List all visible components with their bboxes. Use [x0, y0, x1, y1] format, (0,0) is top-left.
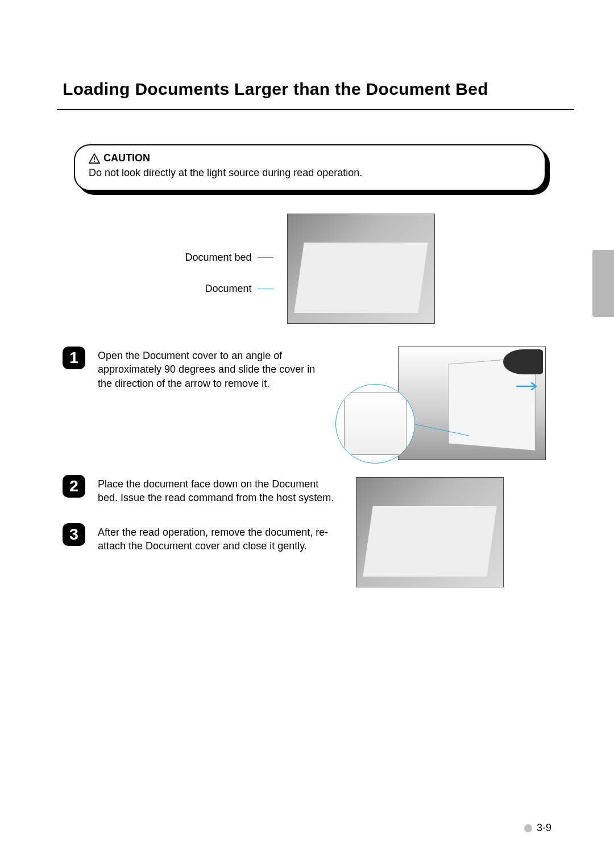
caution-heading: CAUTION — [103, 152, 150, 164]
step-3-left: 3 After the read operation, remove the d… — [63, 523, 335, 553]
step-2: 2 Place the document face down on the Do… — [63, 475, 335, 505]
step-2-left: 2 Place the document face down on the Do… — [63, 475, 335, 505]
page-footer: 3-9 — [524, 822, 551, 834]
step-1-left: 1 Open the Document cover to an angle of… — [63, 347, 322, 390]
steps-2-3-text-col: 2 Place the document face down on the Do… — [63, 475, 335, 553]
steps-list: 1 Open the Document cover to an angle of… — [63, 347, 546, 587]
step-1-figure — [335, 347, 546, 460]
step-3-text: After the read operation, remove the doc… — [98, 523, 335, 553]
step-2-badge: 2 — [63, 475, 85, 498]
step-1-badge: 1 — [63, 347, 85, 369]
label-document: Document — [205, 283, 251, 295]
caution-box: CAUTION Do not look directly at the ligh… — [74, 144, 546, 191]
step-1-photo — [398, 347, 546, 460]
callout-detail — [344, 393, 406, 455]
steps-2-3-group: 2 Place the document face down on the Do… — [63, 475, 546, 587]
page-title: Loading Documents Larger than the Docume… — [63, 80, 557, 99]
step-3: 3 After the read operation, remove the d… — [63, 523, 335, 553]
caution-box-inner: CAUTION Do not look directly at the ligh… — [74, 144, 546, 191]
step-1-detail-callout — [335, 384, 415, 464]
overview-figure: Document bed Document — [85, 214, 534, 324]
caution-heading-row: CAUTION — [89, 152, 531, 164]
step-1: 1 Open the Document cover to an angle of… — [63, 347, 546, 460]
svg-point-1 — [94, 161, 95, 162]
direction-arrow-icon — [516, 381, 543, 391]
leader-line — [258, 289, 273, 289]
manual-page: Loading Documents Larger than the Docume… — [0, 0, 614, 868]
leader-line — [258, 257, 273, 258]
label-document-bed-row: Document bed — [185, 252, 273, 264]
step-3-badge: 3 — [63, 523, 85, 546]
title-rule — [57, 109, 574, 110]
warning-triangle-icon — [89, 153, 100, 164]
overview-photo — [287, 214, 435, 324]
label-document-row: Document — [205, 283, 273, 295]
page-number: 3-9 — [537, 822, 551, 834]
label-document-bed: Document bed — [185, 252, 251, 264]
hand-illustration — [503, 349, 543, 374]
section-tab — [592, 250, 614, 317]
overview-labels: Document bed Document — [185, 252, 273, 295]
caution-text: Do not look directly at the light source… — [89, 166, 531, 180]
footer-bullet-icon — [524, 824, 532, 832]
step-1-text: Open the Document cover to an angle of a… — [98, 347, 322, 390]
steps-2-3-photo — [356, 477, 504, 587]
step-2-text: Place the document face down on the Docu… — [98, 475, 335, 505]
